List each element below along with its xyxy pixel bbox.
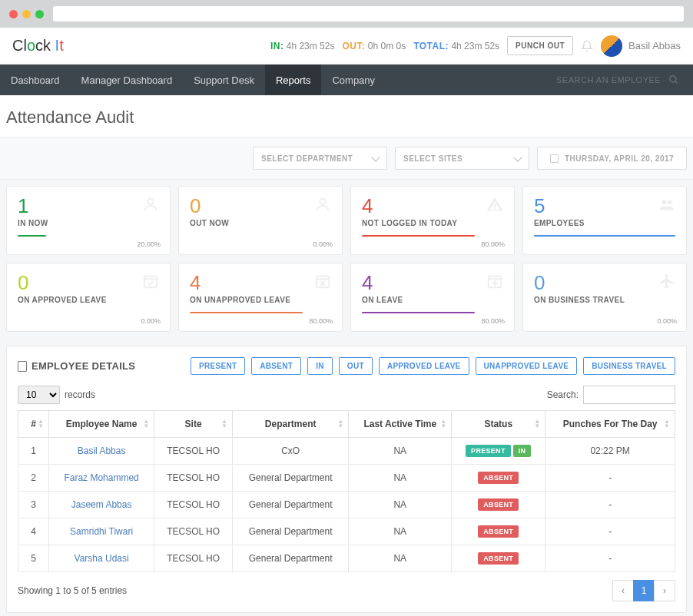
- person-icon: [142, 196, 159, 213]
- card-not-logged-in-today[interactable]: 4NOT LOGGED IN TODAY80.00%: [350, 186, 515, 255]
- pager-next[interactable]: ›: [654, 580, 675, 601]
- pager-page-1[interactable]: 1: [633, 580, 655, 601]
- card-label: ON LEAVE: [362, 296, 503, 304]
- employee-table: #▲▼Employee Name▲▼Site▲▼Department▲▼Last…: [18, 410, 675, 572]
- cell-status: ABSENT: [452, 518, 545, 545]
- filter-approved-leave[interactable]: APPROVED LEAVE: [379, 357, 469, 375]
- nav-manager-dashboard[interactable]: Manager Dashboard: [71, 65, 184, 95]
- in-time: 4h 23m 52s: [287, 41, 335, 51]
- close-window-icon[interactable]: [9, 10, 18, 18]
- employee-search-input[interactable]: [556, 75, 664, 84]
- cell-dept: General Department: [232, 492, 348, 518]
- cell-punches: -: [545, 492, 675, 518]
- search-icon[interactable]: [668, 75, 679, 85]
- nav-reports[interactable]: Reports: [265, 65, 322, 95]
- page-title: Attendance Audit: [0, 95, 693, 137]
- chevron-down-icon: [513, 153, 522, 161]
- card-label: NOT LOGGED IN TODAY: [362, 219, 503, 227]
- card-on-unapproved-leave[interactable]: 4ON UNAPPROVED LEAVE80.00%: [178, 263, 343, 332]
- card-employees[interactable]: 5EMPLOYEES: [522, 186, 687, 255]
- svg-point-7: [668, 200, 672, 205]
- employee-link[interactable]: Basil Abbas: [78, 445, 126, 456]
- card-percent: 20.00%: [137, 240, 161, 248]
- cell-name: Samridhi Tiwari: [49, 518, 154, 545]
- filter-present[interactable]: PRESENT: [191, 357, 245, 375]
- logo[interactable]: Clock It: [12, 37, 64, 55]
- cell-status: PRESENTIN: [452, 438, 545, 465]
- cell-last: NA: [349, 545, 452, 572]
- maximize-window-icon[interactable]: [35, 10, 44, 18]
- cell-status: ABSENT: [452, 465, 545, 492]
- col-last-active-time[interactable]: Last Active Time▲▼: [349, 411, 452, 438]
- cell-name: Varsha Udasi: [49, 545, 154, 572]
- card-bar: [362, 312, 475, 313]
- cal-p-icon: [486, 273, 503, 290]
- col--[interactable]: #▲▼: [18, 411, 49, 438]
- nav-support-desk[interactable]: Support Desk: [183, 65, 265, 95]
- filter-in[interactable]: IN: [307, 357, 333, 375]
- bell-icon[interactable]: [581, 40, 593, 52]
- col-status[interactable]: Status▲▼: [452, 411, 545, 438]
- date-display[interactable]: THURSDAY, APRIL 20, 2017: [537, 147, 687, 170]
- cell-punches: -: [545, 545, 675, 572]
- employee-link[interactable]: Faraz Mohammed: [64, 472, 138, 483]
- pager-prev[interactable]: ‹: [612, 580, 634, 601]
- nav-company[interactable]: Company: [321, 65, 386, 95]
- table-row: 3Jaseem AbbasTECSOL HOGeneral Department…: [18, 492, 675, 518]
- employee-link[interactable]: Jaseem Abbas: [71, 499, 132, 510]
- col-punches-for-the-day[interactable]: Punches For The Day▲▼: [545, 411, 675, 438]
- card-out-now[interactable]: 0OUT NOW0.00%: [178, 186, 343, 255]
- col-department[interactable]: Department▲▼: [232, 411, 348, 438]
- department-select[interactable]: SELECT DEPARTMENT: [253, 147, 387, 170]
- card-bar: [534, 235, 675, 237]
- card-value: 0: [534, 273, 675, 293]
- username[interactable]: Basil Abbas: [628, 40, 681, 51]
- url-bar[interactable]: [53, 6, 684, 22]
- card-percent: 0.00%: [141, 317, 161, 325]
- filter-unapproved-leave[interactable]: UNAPPROVED LEAVE: [476, 357, 578, 375]
- sort-icon: ▲▼: [143, 419, 149, 429]
- card-percent: 80.00%: [481, 317, 505, 325]
- card-value: 4: [362, 196, 503, 216]
- employee-link[interactable]: Samridhi Tiwari: [70, 526, 133, 537]
- group-icon: [658, 196, 675, 213]
- card-bar: [362, 235, 475, 237]
- sort-icon: ▲▼: [221, 419, 227, 429]
- nav-dashboard[interactable]: Dashboard: [0, 65, 71, 95]
- card-on-approved-leave[interactable]: 0ON APPROVED LEAVE0.00%: [6, 263, 171, 332]
- status-badge-in: IN: [513, 445, 532, 457]
- filter-absent[interactable]: ABSENT: [251, 357, 301, 375]
- card-value: 0: [190, 196, 331, 216]
- records-select[interactable]: 10: [18, 386, 60, 404]
- total-time: 4h 23m 52s: [451, 41, 499, 51]
- table-search-input[interactable]: [583, 386, 675, 404]
- avatar[interactable]: [601, 35, 622, 57]
- cell-punches: -: [545, 518, 675, 545]
- minimize-window-icon[interactable]: [22, 10, 31, 18]
- card-percent: 0.00%: [313, 240, 333, 248]
- total-label: TOTAL:: [413, 41, 449, 51]
- cal-x-icon: [314, 273, 331, 290]
- filter-out[interactable]: OUT: [339, 357, 373, 375]
- table-info: Showing 1 to 5 of 5 entries: [18, 585, 127, 596]
- col-employee-name[interactable]: Employee Name▲▼: [49, 411, 154, 438]
- sites-select[interactable]: SELECT SITES: [395, 147, 529, 170]
- employee-link[interactable]: Varsha Udasi: [75, 553, 129, 564]
- cell-num: 4: [18, 518, 49, 545]
- in-label: IN:: [270, 41, 284, 51]
- card-on-leave[interactable]: 4ON LEAVE80.00%: [350, 263, 515, 332]
- card-value: 4: [190, 273, 331, 293]
- sort-icon: ▲▼: [534, 419, 540, 429]
- col-site[interactable]: Site▲▼: [154, 411, 233, 438]
- filter-business-travel[interactable]: BUSINESS TRAVEL: [583, 357, 675, 375]
- svg-rect-10: [317, 277, 330, 288]
- card-percent: 80.00%: [481, 240, 505, 248]
- card-label: IN NOW: [18, 219, 159, 227]
- card-in-now[interactable]: 1IN NOW20.00%: [6, 186, 171, 255]
- card-label: ON UNAPPROVED LEAVE: [190, 296, 331, 304]
- card-on-business-travel[interactable]: 0ON BUSINESS TRAVEL0.00%: [522, 263, 687, 332]
- punch-out-button[interactable]: PUNCH OUT: [507, 36, 573, 55]
- svg-rect-5: [494, 208, 496, 210]
- cell-punches: 02:22 PM: [545, 438, 675, 465]
- cell-last: NA: [349, 465, 452, 492]
